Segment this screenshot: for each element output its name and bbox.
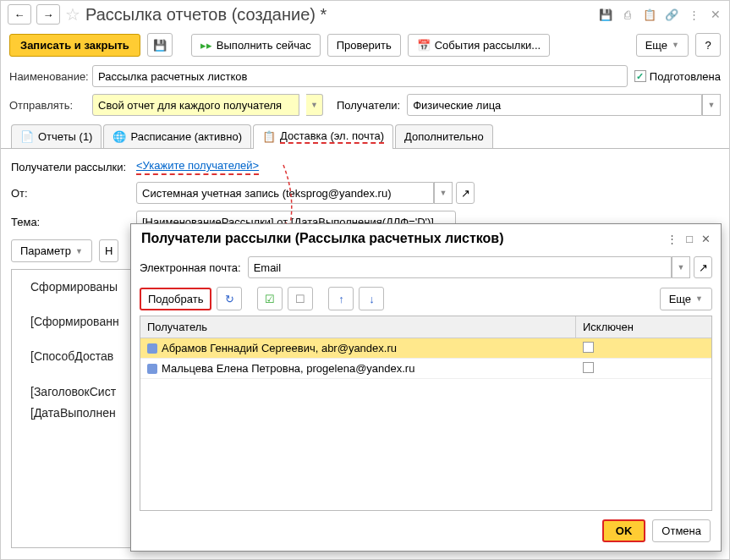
- from-input[interactable]: [136, 182, 434, 204]
- more-button[interactable]: Еще ▼: [636, 34, 689, 57]
- excluded-checkbox[interactable]: [583, 362, 594, 373]
- from-open-button[interactable]: ↗: [456, 182, 475, 204]
- link-icon[interactable]: 🔗: [665, 8, 678, 21]
- file-icon: 📋: [262, 130, 276, 143]
- modal-title: Получатели рассылки (Рассылка расчетных …: [141, 231, 667, 246]
- forward-button[interactable]: →: [36, 4, 60, 25]
- events-button[interactable]: 📅 События рассылки...: [408, 34, 550, 57]
- parameter-button[interactable]: Параметр ▼: [11, 239, 92, 262]
- person-icon: [147, 364, 157, 374]
- recipients-type-dropdown[interactable]: ▼: [702, 94, 721, 116]
- ok-button[interactable]: OK: [602, 519, 646, 542]
- execute-button[interactable]: ▸▸ Выполнить сейчас: [191, 34, 321, 57]
- recipients-link[interactable]: <Укажите получателей>: [136, 159, 259, 175]
- col-recipient[interactable]: Получатель: [140, 316, 576, 338]
- name-label: Наименование:: [9, 70, 85, 83]
- modal-maximize-icon[interactable]: □: [686, 233, 693, 245]
- save-close-button[interactable]: Записать и закрыть: [9, 34, 140, 57]
- tab-schedule[interactable]: 🌐 Расписание (активно): [103, 124, 251, 148]
- tab-reports[interactable]: 📄 Отчеты (1): [11, 124, 102, 148]
- subject-label: Тема:: [11, 216, 129, 228]
- email-label: Электронная почта:: [140, 261, 241, 274]
- check-icon: ✓: [634, 70, 646, 82]
- modal-more-button[interactable]: Еще ▼: [660, 288, 712, 310]
- recipients-table: Получатель Исключен Абрамов Геннадий Сер…: [140, 316, 712, 511]
- from-label: От:: [11, 187, 129, 200]
- refresh-button[interactable]: ↻: [217, 287, 242, 310]
- tab-additional[interactable]: Дополнительно: [395, 124, 493, 148]
- table-row[interactable]: Мальцева Елена Петровна, progelena@yande…: [140, 359, 711, 379]
- email-dropdown[interactable]: ▼: [672, 256, 690, 278]
- excluded-checkbox[interactable]: [583, 342, 594, 353]
- cancel-button[interactable]: Отмена: [652, 519, 711, 542]
- person-icon: [147, 343, 157, 354]
- modal-menu-icon[interactable]: ⋮: [667, 233, 678, 245]
- delivery-recipients-label: Получатели рассылки:: [11, 161, 129, 173]
- back-button[interactable]: ←: [8, 4, 31, 25]
- check-all-button[interactable]: ☑: [257, 287, 283, 310]
- send-label: Отправлять:: [9, 99, 85, 112]
- favorite-icon[interactable]: ☆: [65, 4, 80, 25]
- calendar-icon: 📅: [417, 39, 431, 52]
- globe-icon: 🌐: [113, 130, 126, 143]
- recipients-type-label: Получатели:: [337, 99, 400, 112]
- save-button[interactable]: 💾: [147, 33, 173, 57]
- send-dropdown[interactable]: ▼: [306, 94, 323, 116]
- help-button[interactable]: ?: [695, 33, 721, 57]
- save-icon[interactable]: 💾: [599, 8, 612, 21]
- email-input[interactable]: [248, 256, 672, 278]
- prepared-checkbox[interactable]: ✓ Подготовлена: [634, 70, 721, 83]
- name-input[interactable]: [92, 65, 628, 87]
- menu-icon[interactable]: ⋮: [687, 8, 700, 21]
- uncheck-all-button[interactable]: ☐: [288, 287, 313, 310]
- move-down-button[interactable]: ↓: [359, 287, 384, 310]
- tab-delivery[interactable]: 📋 Доставка (эл. почта): [253, 124, 393, 148]
- move-up-button[interactable]: ↑: [328, 287, 354, 310]
- send-input[interactable]: [92, 94, 299, 116]
- email-open-button[interactable]: ↗: [694, 256, 712, 278]
- window-title: Рассылка отчетов (создание) *: [85, 5, 594, 25]
- play-icon: ▸▸: [200, 39, 212, 52]
- check-button[interactable]: Проверить: [327, 34, 401, 57]
- html-button[interactable]: H: [99, 239, 118, 262]
- col-excluded[interactable]: Исключен: [576, 316, 711, 338]
- copy-icon[interactable]: 📋: [643, 8, 656, 21]
- modal-close-icon[interactable]: ✕: [701, 233, 711, 245]
- close-icon[interactable]: ✕: [709, 8, 722, 21]
- select-button[interactable]: Подобрать: [140, 288, 211, 310]
- print-icon[interactable]: ⎙: [621, 8, 634, 21]
- recipients-modal: Получатели рассылки (Рассылка расчетных …: [130, 223, 722, 552]
- recipients-type-input[interactable]: [407, 94, 702, 116]
- table-row[interactable]: Абрамов Геннадий Сергеевич, abr@yandex.r…: [140, 338, 711, 359]
- report-icon: 📄: [20, 130, 34, 143]
- from-dropdown[interactable]: ▼: [434, 182, 453, 204]
